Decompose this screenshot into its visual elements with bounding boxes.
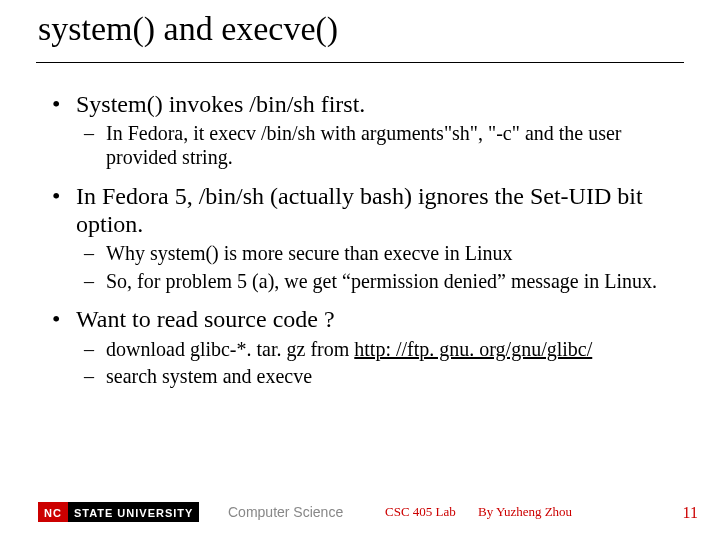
bullet-2-sub-1-text: Why system() is more secure than execve …: [106, 242, 513, 264]
bullet-2-sub-2: – So, for problem 5 (a), we get “permiss…: [84, 270, 678, 294]
bullet-dot-icon: •: [52, 90, 60, 118]
dept-label: Computer Science: [228, 504, 343, 520]
dash-icon: –: [84, 338, 94, 362]
slide-footer: NC STATE UNIVERSITY Computer Science CSC…: [0, 498, 720, 522]
bullet-2-sub-1: – Why system() is more secure than execv…: [84, 242, 678, 266]
bullet-3-sub-1: – download glibc-*. tar. gz from http: /…: [84, 338, 678, 362]
author-label: By Yuzheng Zhou: [478, 504, 572, 520]
title-underline: [36, 62, 684, 63]
bullet-1: • System() invokes /bin/sh first.: [52, 90, 678, 118]
bullet-2-text: In Fedora 5, /bin/sh (actually bash) ign…: [76, 183, 643, 237]
ncsu-logo: NC STATE UNIVERSITY: [38, 502, 199, 522]
bullet-2: • In Fedora 5, /bin/sh (actually bash) i…: [52, 182, 678, 239]
page-number: 11: [683, 504, 698, 522]
dash-icon: –: [84, 270, 94, 294]
dash-icon: –: [84, 242, 94, 266]
dash-icon: –: [84, 122, 94, 146]
bullet-1-sub-1-text: In Fedora, it execv /bin/sh with argumen…: [106, 122, 622, 168]
bullet-3-sub-2: – search system and execve: [84, 365, 678, 389]
slide: system() and execve() • System() invokes…: [0, 0, 720, 540]
ncsu-logo-red: NC: [38, 502, 68, 522]
bullet-dot-icon: •: [52, 182, 60, 210]
glibc-link[interactable]: http: //ftp. gnu. org/gnu/glibc/: [354, 338, 592, 360]
bullet-3: • Want to read source code ?: [52, 305, 678, 333]
bullet-3-sub-2-text: search system and execve: [106, 365, 312, 387]
course-label: CSC 405 Lab: [385, 504, 456, 520]
dash-icon: –: [84, 365, 94, 389]
bullet-dot-icon: •: [52, 305, 60, 333]
slide-body: • System() invokes /bin/sh first. – In F…: [52, 82, 678, 393]
bullet-1-sub-1: – In Fedora, it execv /bin/sh with argum…: [84, 122, 678, 169]
bullet-3-text: Want to read source code ?: [76, 306, 335, 332]
slide-title: system() and execve(): [38, 10, 338, 48]
bullet-2-sub-2-text: So, for problem 5 (a), we get “permissio…: [106, 270, 657, 292]
ncsu-logo-black: STATE UNIVERSITY: [68, 502, 200, 522]
bullet-1-text: System() invokes /bin/sh first.: [76, 91, 365, 117]
bullet-3-sub-1-prefix: download glibc-*. tar. gz from: [106, 338, 354, 360]
